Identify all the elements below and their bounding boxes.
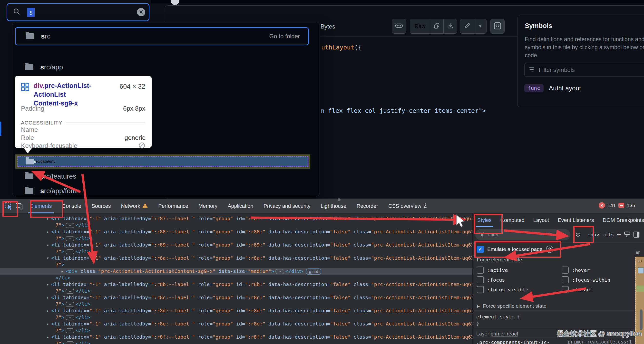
annotation-box-elements [30,200,64,218]
force-specific-element-state[interactable]: ▶ Force specific element state [477,303,546,309]
symbol-entry[interactable]: func AuthLayout [524,84,581,92]
force-state-focus[interactable]: :focus [477,276,505,283]
scrollbar-thumb[interactable] [640,310,642,330]
devtools-status-badges[interactable]: ✕ 141 135 [599,202,635,209]
tooltip-role-row: Rolegeneric [21,134,145,142]
toggle-classes-button[interactable]: .cls [602,232,614,238]
collapsed-children-icon[interactable]: ⋯ [66,223,74,228]
content-swatch [638,268,644,273]
clear-search-icon[interactable]: ✕ [137,8,145,16]
disclosure-triangle-icon: ▶ [477,304,480,309]
checkbox-unchecked[interactable] [477,276,484,283]
palette-item-src-data-env[interactable]: src/data/env [15,154,310,169]
sidebar-toggle-icon[interactable] [633,231,640,238]
copy-icon [434,23,440,30]
devtools-resize-handle[interactable] [338,198,340,201]
tooltip-name-row: Name [21,126,145,133]
css-rule-source-link[interactable]: primer-reac…odule.css:1 [546,339,632,344]
tab-performance[interactable]: Performance [153,199,193,213]
dom-line[interactable]: 7">⋯</li> [44,340,472,344]
dom-line[interactable]: 7">⋯</li> [44,288,472,294]
tab-privacy-and-security[interactable]: Privacy and security [258,199,316,213]
collapsed-children-icon[interactable]: ⋯ [66,315,74,320]
dom-line[interactable]: 7">⋯</li> [44,222,472,229]
devtools-tab-bar: ElementsConsoleSourcesNetworkPerformance… [0,199,644,214]
dom-li-r8d[interactable]: ▸<li tabindex="-1" aria-labelledby=":r8d… [44,308,472,314]
dom-line[interactable]: 7">⋯</li> [44,235,472,242]
dom-li-r88[interactable]: ▸<li tabindex="-1" aria-labelledby=":r88… [44,229,472,235]
palette-item-src-app-fonts[interactable]: src/app/fonts [15,186,317,196]
tab-lighthouse[interactable]: Lighthouse [316,199,352,213]
dom-line[interactable]: </li> [44,275,472,281]
copy-raw-button[interactable] [430,19,444,33]
force-state-focus-within[interactable]: :focus-within [562,276,610,283]
edit-button[interactable] [460,19,474,33]
dom-li-r8f[interactable]: ▸<li tabindex="-1" aria-labelledby=":r8f… [44,334,472,340]
force-state-hover[interactable]: :hover [562,267,590,274]
collapsed-children-icon[interactable]: ⋯ [66,249,74,254]
dom-li-r8e[interactable]: ▸<li tabindex="-1" aria-labelledby=":r8e… [44,321,472,327]
force-state-focus-visible[interactable]: :focus-visible [477,286,528,293]
edit-dropdown-button[interactable]: ▼ [474,19,486,33]
copilot-button[interactable] [392,19,406,34]
tab-application[interactable]: Application [222,199,258,213]
sidebar-tab-event-listeners[interactable]: Event Listeners [553,213,598,227]
collapsed-children-icon[interactable]: ⋯ [66,341,74,344]
pencil-icon [464,23,470,30]
dom-selected-div[interactable]: ▸<div class="prc-ActionList-ActionListCo… [44,268,472,275]
grid-badge[interactable]: grid [306,269,321,275]
go-to-folder-action[interactable]: Go to folder [269,33,300,40]
palette-item-src[interactable]: srcGo to folder [15,27,309,45]
avatar[interactable] [171,0,180,5]
new-style-rule-icon[interactable]: + [617,231,621,239]
checkbox-unchecked[interactable] [477,267,484,274]
collapsed-children-icon[interactable]: ⋯ [66,302,74,307]
dom-li-r8a[interactable]: ▾<li tabindex="-1" aria-labelledby=":r8a… [44,255,472,261]
symbol-kind-badge: func [524,84,544,92]
rendering-icon[interactable] [624,231,630,238]
raw-button[interactable]: Raw [410,19,430,33]
code-view-toggle[interactable] [490,19,504,34]
dom-li-r8b[interactable]: ▸<li tabindex="-1" aria-labelledby=":r8b… [44,281,472,288]
css-rule-selector[interactable]: .prc-components-Input-Ic-y8:focus { [476,339,557,344]
dom-li-r8c[interactable]: ▸<li tabindex="-1" aria-labelledby=":r8c… [44,294,472,301]
collapsed-children-icon[interactable]: ⋯ [66,289,74,294]
dom-tree[interactable]: ▸<li tabindex="-1" aria-labelledby=":r87… [44,215,472,344]
inspect-overlay [17,156,308,167]
tooltip-keyboard-focusable-row: Keyboard-focusable [21,142,145,151]
checkbox-unchecked[interactable] [562,267,569,274]
checkbox-unchecked[interactable] [562,286,569,293]
element-style-rule[interactable]: element.style { [476,314,520,320]
checkbox-unchecked[interactable] [477,286,484,293]
checkbox-unchecked[interactable] [562,276,569,283]
download-button[interactable] [444,19,457,33]
dom-li-r87[interactable]: ▸<li tabindex="-1" aria-labelledby=":r87… [44,215,472,222]
dom-line[interactable]: 7"> [44,261,472,268]
dom-li-r89[interactable]: ▸<li tabindex="-1" aria-labelledby=":r89… [44,242,472,248]
dom-line[interactable]: 7">⋯</li> [44,314,472,321]
force-state-target[interactable]: :target [562,286,592,293]
tab-sources[interactable]: Sources [86,199,116,213]
tab-label: Network [121,203,140,209]
tab-css-overview[interactable]: CSS overview [383,199,433,213]
sidebar-tab-dom-breakpoints[interactable]: DOM Breakpoints [598,213,644,227]
tab-recorder[interactable]: Recorder [352,199,383,213]
layer-link[interactable]: primer-react [490,331,518,337]
dom-line[interactable]: 7">⋯</li> [44,248,472,255]
filter-symbols-input[interactable]: Filter symbols [524,63,644,77]
collapsed-children-icon[interactable]: ⋯ [276,269,284,274]
dom-line[interactable]: 7">⋯</li> [44,327,472,334]
flask-icon [423,203,428,210]
palette-item-src-app[interactable]: src/app [15,62,317,73]
collapsed-children-icon[interactable]: ⋯ [66,328,74,333]
sidebar-tab-layout[interactable]: Layout [529,213,554,227]
force-state-active[interactable]: :active [477,267,508,274]
dom-line[interactable]: 7">⋯</li> [44,301,472,308]
tab-network[interactable]: Network [116,199,153,213]
palette-item-src-features[interactable]: src/features [15,171,317,182]
layer-row: Layer primer-react [476,331,518,337]
tooltip-accessibility-header: ACCESSIBILITY [21,120,145,126]
search-input[interactable]: s ✕ [6,3,150,21]
tab-memory[interactable]: Memory [193,199,222,213]
collapsed-children-icon[interactable]: ⋯ [66,236,74,241]
